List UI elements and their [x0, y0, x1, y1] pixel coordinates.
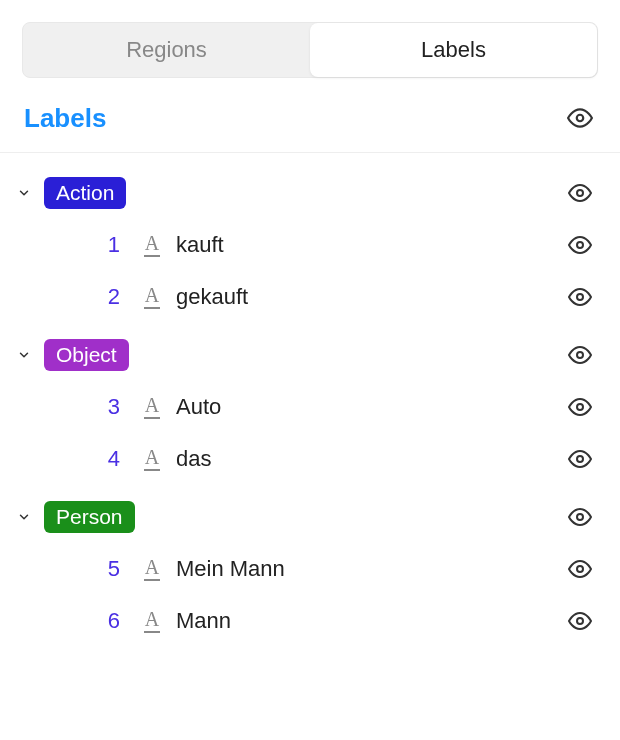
group-badge-action: Action — [44, 177, 126, 209]
svg-point-7 — [577, 514, 583, 520]
visibility-icon[interactable] — [564, 501, 596, 533]
text-annotation-icon: A — [142, 609, 162, 633]
chevron-down-icon[interactable] — [10, 341, 38, 369]
list-item[interactable]: 3 A Auto — [0, 381, 620, 433]
item-index: 2 — [90, 284, 120, 310]
svg-point-3 — [577, 294, 583, 300]
text-annotation-icon: A — [142, 285, 162, 309]
section-header: Labels — [0, 78, 620, 152]
visibility-icon[interactable] — [564, 177, 596, 209]
chevron-down-icon[interactable] — [10, 503, 38, 531]
visibility-icon[interactable] — [564, 443, 596, 475]
list-item[interactable]: 6 A Mann — [0, 595, 620, 647]
item-text: Mein Mann — [176, 556, 285, 582]
svg-point-8 — [577, 566, 583, 572]
tab-labels[interactable]: Labels — [310, 23, 597, 77]
section-title: Labels — [24, 103, 106, 134]
item-index: 1 — [90, 232, 120, 258]
item-index: 3 — [90, 394, 120, 420]
visibility-icon[interactable] — [564, 229, 596, 261]
svg-point-2 — [577, 242, 583, 248]
visibility-icon[interactable] — [564, 605, 596, 637]
text-annotation-icon: A — [142, 395, 162, 419]
tab-regions[interactable]: Regions — [23, 23, 310, 77]
svg-point-9 — [577, 618, 583, 624]
svg-point-0 — [577, 115, 584, 122]
item-text: gekauft — [176, 284, 248, 310]
group-badge-person: Person — [44, 501, 135, 533]
item-text: kauft — [176, 232, 224, 258]
group-row-object[interactable]: Object — [0, 329, 620, 381]
list-item[interactable]: 5 A Mein Mann — [0, 543, 620, 595]
tab-bar: Regions Labels — [22, 22, 598, 78]
visibility-icon[interactable] — [564, 391, 596, 423]
item-text: Mann — [176, 608, 231, 634]
svg-point-6 — [577, 456, 583, 462]
svg-point-1 — [577, 190, 583, 196]
item-index: 6 — [90, 608, 120, 634]
list-item[interactable]: 1 A kauft — [0, 219, 620, 271]
item-index: 5 — [90, 556, 120, 582]
visibility-icon[interactable] — [564, 281, 596, 313]
visibility-icon[interactable] — [564, 553, 596, 585]
item-index: 4 — [90, 446, 120, 472]
list-item[interactable]: 4 A das — [0, 433, 620, 485]
svg-point-4 — [577, 352, 583, 358]
group-row-person[interactable]: Person — [0, 491, 620, 543]
chevron-down-icon[interactable] — [10, 179, 38, 207]
visibility-all-icon[interactable] — [564, 102, 596, 134]
text-annotation-icon: A — [142, 447, 162, 471]
list-item[interactable]: 2 A gekauft — [0, 271, 620, 323]
svg-point-5 — [577, 404, 583, 410]
group-badge-object: Object — [44, 339, 129, 371]
item-text: Auto — [176, 394, 221, 420]
text-annotation-icon: A — [142, 233, 162, 257]
visibility-icon[interactable] — [564, 339, 596, 371]
text-annotation-icon: A — [142, 557, 162, 581]
label-list: Action 1 A kauft 2 A gekauft Object — [0, 153, 620, 655]
item-text: das — [176, 446, 211, 472]
group-row-action[interactable]: Action — [0, 167, 620, 219]
